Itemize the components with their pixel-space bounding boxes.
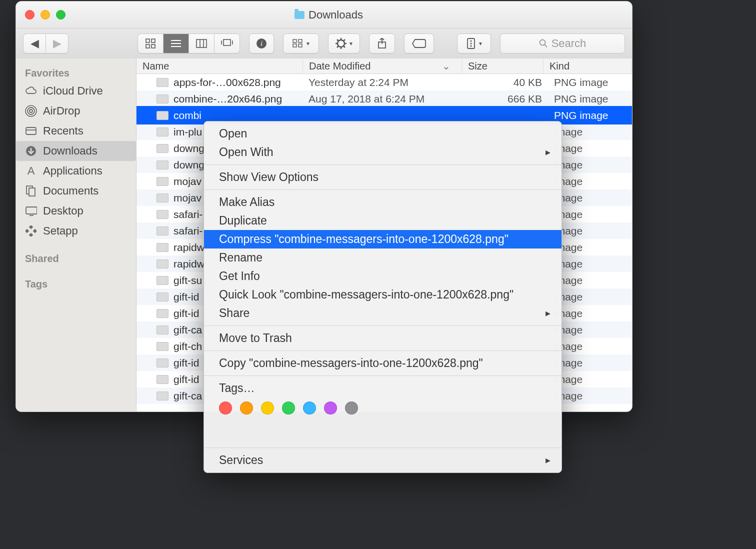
sidebar-shared-header: Shared [16, 248, 136, 266]
menu-compress[interactable]: Compress "combine-messagers-into-one-120… [204, 230, 562, 248]
file-thumb-icon [156, 128, 168, 136]
sidebar-item-label: AirDrop [43, 104, 80, 118]
svg-rect-49 [26, 229, 29, 233]
sidebar-item-label: Setapp [43, 224, 78, 238]
svg-rect-17 [293, 44, 296, 47]
menu-move-to-trash[interactable]: Move to Trash [204, 329, 562, 348]
zoom-button[interactable] [56, 10, 66, 20]
sidebar-tags-header: Tags [16, 274, 136, 292]
menu-share[interactable]: Share [204, 304, 562, 322]
col-date[interactable]: Date Modified⌄ [303, 58, 462, 74]
tag-color-dot[interactable] [219, 402, 232, 414]
svg-rect-48 [29, 233, 33, 236]
folder-icon [294, 11, 304, 19]
sidebar-item-recents[interactable]: Recents [16, 121, 136, 141]
svg-rect-2 [146, 44, 150, 48]
tag-color-dot[interactable] [324, 402, 337, 414]
menu-copy[interactable]: Copy "combine-messagers-into-one-1200x62… [204, 354, 562, 372]
sidebar-item-setapp[interactable]: Setapp [16, 221, 136, 241]
menu-tags[interactable]: Tags… [204, 379, 562, 398]
file-thumb-icon [156, 326, 168, 334]
column-view-button[interactable] [188, 34, 214, 54]
view-switcher [138, 34, 240, 54]
file-thumb-icon [156, 342, 168, 351]
file-row[interactable]: apps-for-…00x628.pngYesterday at 2:24 PM… [136, 74, 632, 90]
tag-color-dot[interactable] [240, 402, 253, 414]
file-name: safari- [174, 225, 202, 237]
window-title: Downloads [308, 8, 363, 22]
sidebar-item-label: Desktop [43, 204, 84, 218]
group-button[interactable]: ▾ [283, 34, 319, 54]
menu-open[interactable]: Open [204, 124, 562, 143]
menu-open-with[interactable]: Open With [204, 143, 562, 162]
action-button[interactable]: ▾ [328, 34, 360, 54]
svg-line-27 [344, 40, 345, 41]
svg-rect-7 [196, 40, 206, 48]
file-thumb-icon [156, 276, 168, 285]
svg-point-34 [540, 40, 545, 46]
svg-rect-39 [26, 128, 36, 134]
file-thumb-icon [156, 309, 168, 318]
file-size: 666 KB [461, 93, 548, 105]
minimize-button[interactable] [40, 10, 50, 20]
setapp-icon [25, 226, 37, 236]
svg-point-36 [30, 110, 32, 112]
menu-get-info[interactable]: Get Info [204, 267, 562, 286]
menu-show-view-options[interactable]: Show View Options [204, 168, 562, 186]
sidebar: Favorites iCloud DriveAirDropRecentsDown… [16, 58, 136, 412]
back-button[interactable]: ◀ [23, 34, 46, 54]
file-name: rapidw [174, 258, 204, 270]
file-thumb-icon [156, 243, 168, 252]
list-view-button[interactable] [163, 34, 188, 54]
svg-rect-47 [29, 226, 33, 229]
col-size[interactable]: Size [462, 58, 544, 74]
col-kind[interactable]: Kind [544, 58, 632, 74]
menu-make-alias[interactable]: Make Alias [204, 193, 562, 212]
sidebar-item-downloads[interactable]: Downloads [16, 141, 136, 161]
tag-color-dot[interactable] [282, 402, 295, 414]
file-name: combi [174, 110, 202, 122]
file-name: gift-id [174, 374, 199, 386]
menu-services[interactable]: Services [204, 451, 562, 470]
tag-color-dot[interactable] [345, 402, 358, 414]
forward-button[interactable]: ▶ [46, 34, 68, 54]
menu-quick-look[interactable]: Quick Look "combine-messagers-into-one-1… [204, 286, 562, 304]
svg-rect-16 [298, 40, 302, 42]
file-thumb-icon [156, 210, 168, 219]
sidebar-item-icloud-drive[interactable]: iCloud Drive [16, 81, 136, 101]
file-name: downg [174, 159, 204, 171]
sidebar-item-applications[interactable]: AApplications [16, 161, 136, 181]
column-headers: Name Date Modified⌄ Size Kind [136, 58, 632, 74]
menu-duplicate[interactable]: Duplicate [204, 212, 562, 230]
file-name: mojav [174, 192, 202, 204]
file-name: apps-for-…00x628.png [174, 76, 281, 88]
share-button[interactable] [369, 34, 395, 54]
tags-button[interactable] [404, 34, 434, 54]
info-button[interactable]: i [249, 34, 274, 54]
downloads-icon [25, 145, 37, 157]
gallery-view-button[interactable] [214, 34, 240, 54]
desktop-icon [25, 206, 37, 216]
close-button[interactable] [25, 10, 34, 20]
sidebar-item-label: Recents [43, 124, 84, 138]
file-name: rapidw [174, 242, 204, 254]
file-date: Yesterday at 2:24 PM [302, 76, 461, 88]
search-field[interactable]: Search [500, 34, 625, 54]
cloud-icon [25, 86, 37, 96]
file-thumb-icon [156, 78, 168, 87]
file-name: gift-ca [174, 324, 202, 336]
menu-rename[interactable]: Rename [204, 248, 562, 267]
tag-color-dot[interactable] [303, 402, 316, 414]
sort-indicator-icon: ⌄ [442, 60, 450, 72]
sidebar-item-label: Downloads [43, 144, 98, 158]
tag-color-dot[interactable] [261, 402, 274, 414]
sidebar-item-documents[interactable]: Documents [16, 181, 136, 201]
col-name[interactable]: Name [136, 58, 303, 74]
sidebar-item-airdrop[interactable]: AirDrop [16, 101, 136, 121]
icon-view-button[interactable] [138, 34, 163, 54]
sidebar-item-desktop[interactable]: Desktop [16, 201, 136, 221]
svg-rect-44 [29, 188, 35, 196]
sidebar-item-label: iCloud Drive [43, 84, 103, 98]
path-button[interactable]: ▾ [457, 34, 491, 54]
file-row[interactable]: combine-…20x646.pngAug 17, 2018 at 6:24 … [136, 90, 632, 107]
